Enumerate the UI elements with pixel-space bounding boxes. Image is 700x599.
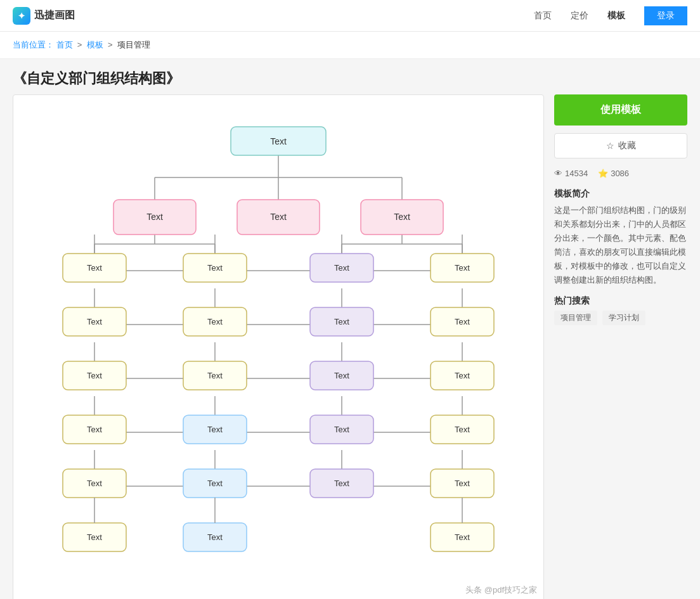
svg-text:Text: Text: [207, 371, 223, 380]
star-count: 3086: [611, 169, 629, 178]
org-chart-svg: Text Text Text Text Text Text Text: [37, 108, 519, 589]
collect-button[interactable]: ☆ 收藏: [554, 133, 687, 158]
svg-text:Text: Text: [455, 425, 470, 434]
intro-section: 模板简介 这是一个部门组织结构图，门的级别和关系都划分出来，门中的人员都区分出来…: [554, 188, 687, 288]
svg-text:Text: Text: [455, 317, 470, 326]
svg-text:Text: Text: [455, 479, 470, 488]
nav-pricing[interactable]: 定价: [571, 10, 588, 22]
tag-project[interactable]: 项目管理: [554, 311, 597, 325]
svg-text:Text: Text: [270, 212, 287, 222]
view-stat: 👁 14534: [554, 169, 588, 178]
view-count: 14534: [565, 169, 588, 178]
sidebar: 使用模板 ☆ 收藏 👁 14534 ⭐ 3086 模板简介 这是一个部门组织结构…: [554, 94, 687, 599]
svg-text:Text: Text: [87, 263, 102, 273]
stats-row: 👁 14534 ⭐ 3086: [554, 166, 687, 181]
use-template-button[interactable]: 使用模板: [554, 94, 687, 126]
svg-text:Text: Text: [334, 479, 349, 488]
hot-search-section: 热门搜索 项目管理 学习计划: [554, 295, 687, 325]
intro-title: 模板简介: [554, 188, 687, 200]
nav-template[interactable]: 模板: [607, 10, 625, 22]
nav-home[interactable]: 首页: [534, 10, 552, 22]
svg-text:Text: Text: [334, 371, 349, 380]
svg-text:Text: Text: [207, 479, 223, 488]
svg-text:Text: Text: [207, 317, 223, 326]
svg-text:Text: Text: [87, 371, 102, 380]
svg-text:Text: Text: [207, 263, 223, 273]
svg-text:Text: Text: [87, 532, 102, 542]
svg-text:Text: Text: [455, 371, 470, 380]
svg-text:Text: Text: [455, 263, 470, 273]
svg-text:Text: Text: [334, 263, 349, 273]
main-content: Text Text Text Text Text Text Text: [0, 94, 700, 599]
svg-text:Text: Text: [334, 425, 349, 434]
svg-text:Text: Text: [207, 425, 223, 434]
hot-title: 热门搜索: [554, 295, 687, 307]
star-icon: ☆: [606, 141, 614, 151]
nav-login[interactable]: 登录: [644, 6, 687, 25]
logo-text: 迅捷画图: [34, 9, 75, 22]
svg-text:Text: Text: [207, 532, 223, 542]
star-stat: ⭐ 3086: [598, 169, 629, 178]
hot-tags: 项目管理 学习计划: [554, 311, 687, 325]
breadcrumb-prefix: 当前位置：: [13, 40, 54, 49]
logo[interactable]: ✦ 迅捷画图: [13, 7, 75, 25]
breadcrumb-home[interactable]: 首页: [56, 40, 73, 49]
breadcrumb-current: 项目管理: [117, 40, 150, 49]
collect-label: 收藏: [618, 140, 636, 151]
org-wrapper: Text Text Text Text Text Text Text: [26, 108, 531, 589]
header: ✦ 迅捷画图 首页 定价 模板 登录: [0, 0, 700, 32]
svg-text:Text: Text: [455, 532, 470, 542]
eye-icon: 👁: [554, 169, 562, 178]
svg-text:Text: Text: [146, 212, 163, 222]
svg-text:Text: Text: [87, 317, 102, 326]
svg-text:Text: Text: [394, 212, 410, 222]
logo-icon: ✦: [13, 7, 30, 25]
tag-study[interactable]: 学习计划: [602, 311, 645, 325]
diagram-container: Text Text Text Text Text Text Text: [13, 94, 544, 599]
breadcrumb: 当前位置： 首页 > 模板 > 项目管理: [0, 32, 700, 59]
svg-text:Text: Text: [334, 317, 349, 326]
svg-text:Text: Text: [270, 136, 287, 146]
star-count-icon: ⭐: [598, 169, 608, 178]
svg-text:Text: Text: [87, 479, 102, 488]
breadcrumb-template[interactable]: 模板: [87, 40, 103, 49]
header-nav: 首页 定价 模板 登录: [534, 6, 687, 25]
intro-text: 这是一个部门组织结构图，门的级别和关系都划分出来，门中的人员都区分出来，一个颜色…: [554, 203, 687, 288]
svg-text:Text: Text: [87, 425, 102, 434]
page-title: 《自定义部门组织结构图》: [0, 59, 700, 94]
